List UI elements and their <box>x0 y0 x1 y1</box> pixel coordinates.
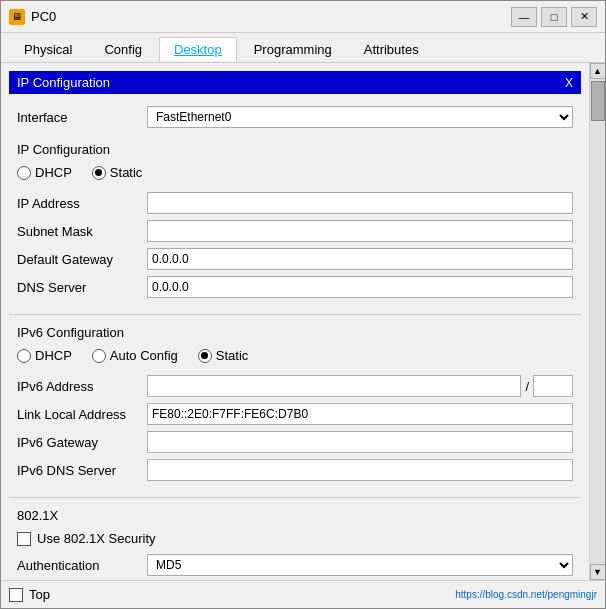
ipv6-dhcp-radio[interactable] <box>17 349 31 363</box>
window-controls: — □ ✕ <box>511 7 597 27</box>
top-label: Top <box>29 587 50 602</box>
scroll-down-button[interactable]: ▼ <box>590 564 606 580</box>
tab-programming[interactable]: Programming <box>239 37 347 62</box>
auth-label: Authentication <box>17 558 147 573</box>
ipv6-dns-input[interactable] <box>147 459 573 481</box>
section-divider-2 <box>9 497 581 498</box>
section-divider-1 <box>9 314 581 315</box>
maximize-button[interactable]: □ <box>541 7 567 27</box>
ipv6-address-input[interactable] <box>147 375 521 397</box>
static-radio-item[interactable]: Static <box>92 165 143 180</box>
ip-address-input[interactable] <box>147 192 573 214</box>
use-security-label: Use 802.1X Security <box>37 531 156 546</box>
ipv6-dns-row: IPv6 DNS Server <box>17 459 573 481</box>
ip-fields-section: IP Address Subnet Mask Default Gateway D… <box>1 188 589 308</box>
main-window: 🖥 PC0 — □ ✕ Physical Config Desktop Prog… <box>0 0 606 609</box>
interface-select-wrapper: FastEthernet0 <box>147 106 573 128</box>
auth-section: Authentication MD5 <box>1 550 589 580</box>
auth-select-wrapper: MD5 <box>147 554 573 576</box>
default-gateway-input[interactable] <box>147 248 573 270</box>
scroll-up-button[interactable]: ▲ <box>590 63 606 79</box>
dhcp-radio[interactable] <box>17 166 31 180</box>
dhcp-label: DHCP <box>35 165 72 180</box>
content-area: IP Configuration X Interface FastEtherne… <box>1 63 605 580</box>
dns-server-row: DNS Server <box>17 276 573 298</box>
ip-address-label: IP Address <box>17 196 147 211</box>
tab-config[interactable]: Config <box>89 37 157 62</box>
auth-select[interactable]: MD5 <box>147 554 573 576</box>
use-security-checkbox[interactable] <box>17 532 31 546</box>
ipv6-gateway-row: IPv6 Gateway <box>17 431 573 453</box>
ipv6-gateway-label: IPv6 Gateway <box>17 435 147 450</box>
scroll-thumb[interactable] <box>591 81 605 121</box>
scrollbar[interactable]: ▲ ▼ <box>589 63 605 580</box>
minimize-button[interactable]: — <box>511 7 537 27</box>
use-security-row: Use 802.1X Security <box>1 527 589 550</box>
ipv6-static-radio-item[interactable]: Static <box>198 348 249 363</box>
default-gateway-label: Default Gateway <box>17 252 147 267</box>
ipv6-gateway-input[interactable] <box>147 431 573 453</box>
subnet-mask-label: Subnet Mask <box>17 224 147 239</box>
interface-section: Interface FastEthernet0 <box>1 102 589 138</box>
ipv6-radio-group: DHCP Auto Config Static <box>1 344 589 367</box>
interface-label: Interface <box>17 110 147 125</box>
ipv6-auto-radio-item[interactable]: Auto Config <box>92 348 178 363</box>
ipv6-auto-label: Auto Config <box>110 348 178 363</box>
tab-physical[interactable]: Physical <box>9 37 87 62</box>
watermark: https://blog.csdn.net/pengmingjr <box>455 589 597 600</box>
ipv6-dhcp-label: DHCP <box>35 348 72 363</box>
window-icon: 🖥 <box>9 9 25 25</box>
ipv6-prefix-input[interactable] <box>533 375 573 397</box>
interface-row: Interface FastEthernet0 <box>17 106 573 128</box>
close-button[interactable]: ✕ <box>571 7 597 27</box>
default-gateway-row: Default Gateway <box>17 248 573 270</box>
ipv6-address-inputs: / <box>147 375 573 397</box>
ip-radio-group: DHCP Static <box>1 161 589 184</box>
ip-config-header: IP Configuration X <box>9 71 581 94</box>
link-local-input[interactable] <box>147 403 573 425</box>
ipv6-auto-radio[interactable] <box>92 349 106 363</box>
ipv6-static-radio[interactable] <box>198 349 212 363</box>
static-radio[interactable] <box>92 166 106 180</box>
ipv6-dns-label: IPv6 DNS Server <box>17 463 147 478</box>
ipv6-address-row: IPv6 Address / <box>17 375 573 397</box>
dns-server-label: DNS Server <box>17 280 147 295</box>
link-local-row: Link Local Address <box>17 403 573 425</box>
bottom-bar: Top https://blog.csdn.net/pengmingjr <box>1 580 605 608</box>
ipv6-section-label: IPv6 Configuration <box>1 321 589 344</box>
interface-select[interactable]: FastEthernet0 <box>147 106 573 128</box>
dot1x-section-label: 802.1X <box>1 504 589 527</box>
static-label: Static <box>110 165 143 180</box>
ip-address-row: IP Address <box>17 192 573 214</box>
link-local-label: Link Local Address <box>17 407 147 422</box>
ipv6-slash: / <box>525 379 529 394</box>
scroll-track[interactable] <box>590 79 605 564</box>
window-title: PC0 <box>31 9 511 24</box>
dns-server-input[interactable] <box>147 276 573 298</box>
tab-desktop[interactable]: Desktop <box>159 37 237 62</box>
tab-attributes[interactable]: Attributes <box>349 37 434 62</box>
tab-bar: Physical Config Desktop Programming Attr… <box>1 33 605 63</box>
subnet-mask-input[interactable] <box>147 220 573 242</box>
top-checkbox[interactable] <box>9 588 23 602</box>
subnet-mask-row: Subnet Mask <box>17 220 573 242</box>
ipv6-dhcp-radio-item[interactable]: DHCP <box>17 348 72 363</box>
ipv6-address-label: IPv6 Address <box>17 379 147 394</box>
auth-row: Authentication MD5 <box>17 554 573 576</box>
ipv6-static-label: Static <box>216 348 249 363</box>
ip-config-title: IP Configuration <box>17 75 110 90</box>
main-panel: IP Configuration X Interface FastEtherne… <box>1 63 589 580</box>
ip-section-label: IP Configuration <box>1 138 589 161</box>
ipv6-fields-section: IPv6 Address / Link Local Address IPv6 G… <box>1 371 589 491</box>
title-bar: 🖥 PC0 — □ ✕ <box>1 1 605 33</box>
dhcp-radio-item[interactable]: DHCP <box>17 165 72 180</box>
ip-config-close[interactable]: X <box>565 76 573 90</box>
